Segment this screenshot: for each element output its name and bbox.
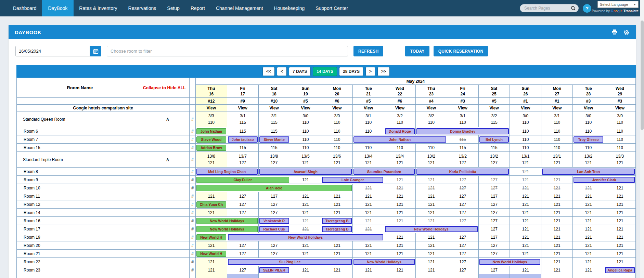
rate-cell[interactable]: 110 <box>510 127 541 135</box>
booking-bar[interactable]: Lan Anh Tran <box>542 169 635 175</box>
rate-cell[interactable]: 121 <box>415 200 447 209</box>
hash-link[interactable]: # <box>190 217 196 225</box>
rate-cell[interactable]: 127 <box>478 200 510 209</box>
rate-cell[interactable]: 127 <box>447 176 478 184</box>
rate-cell[interactable]: 127 <box>258 241 290 250</box>
rate-cell[interactable]: 110 <box>290 144 321 152</box>
rate-cell[interactable]: 110 <box>353 144 384 152</box>
rate-cell[interactable]: 115 <box>447 135 478 144</box>
rate-cell[interactable]: 127 <box>478 176 510 184</box>
gear-icon[interactable] <box>623 29 630 36</box>
rate-cell[interactable]: 121 <box>510 200 541 209</box>
rate-cell[interactable]: 121 <box>353 266 384 274</box>
rate-cell[interactable]: 127 <box>447 209 478 217</box>
nav-item-reservations[interactable]: Reservations <box>123 0 162 16</box>
rate-cell[interactable]: 127 <box>447 241 478 250</box>
booking-bar[interactable]: New World Holidays <box>479 259 541 265</box>
rate-cell[interactable]: 127 <box>258 209 290 217</box>
rate-cell[interactable]: 127 <box>447 258 478 266</box>
rate-cell[interactable]: 121 <box>415 258 447 266</box>
view-link[interactable]: View <box>510 105 541 111</box>
rate-cell[interactable]: 121 <box>290 250 321 258</box>
pager-button-[interactable]: > <box>365 67 375 76</box>
rate-cell[interactable]: 110 <box>353 127 384 135</box>
rate-cell[interactable]: 110 <box>541 127 573 135</box>
booking-bar[interactable]: Venkatesh R <box>259 218 289 224</box>
view-link[interactable]: View <box>415 105 447 111</box>
rate-cell[interactable]: 121 <box>573 241 604 250</box>
booking-bar[interactable]: New World Holidays <box>196 218 258 224</box>
rate-cell[interactable]: 127 <box>227 200 258 209</box>
booking-bar[interactable]: John Nathan <box>196 128 226 134</box>
rate-cell[interactable]: 127 <box>227 192 258 200</box>
hash-link[interactable]: # <box>190 184 196 192</box>
rate-cell[interactable]: 121 <box>510 176 541 184</box>
hash-link[interactable]: # <box>190 225 196 233</box>
rate-cell[interactable]: 110 <box>573 127 604 135</box>
booking-bar[interactable]: New World Holidays <box>228 234 383 240</box>
booking-bar[interactable]: Mei Ling Regina Chan <box>196 169 258 175</box>
rate-cell[interactable]: 121 <box>415 184 447 192</box>
nav-item-rates-inventory[interactable]: Rates & Inventory <box>74 0 123 16</box>
rate-cell[interactable]: 121 <box>510 233 541 241</box>
refresh-button[interactable]: REFRESH <box>353 46 383 56</box>
view-link[interactable]: View <box>384 105 416 111</box>
view-link[interactable]: View <box>353 105 384 111</box>
rate-cell[interactable]: 121 <box>415 250 447 258</box>
rate-cell[interactable]: 121 <box>415 217 447 225</box>
rate-cell[interactable]: 121 <box>384 241 416 250</box>
hash-link[interactable]: # <box>190 168 196 176</box>
booking-bar[interactable]: John Nathan <box>353 136 446 143</box>
booking-bar[interactable]: SELIN PILER <box>259 267 289 273</box>
rate-cell[interactable]: 127 <box>478 241 510 250</box>
rate-cell[interactable]: 121 <box>353 250 384 258</box>
rate-cell[interactable]: 121 <box>196 241 227 250</box>
rate-cell[interactable]: 110 <box>290 127 321 135</box>
hash-link[interactable]: # <box>190 241 196 250</box>
booking-bar[interactable]: Donna Bradley <box>416 128 509 134</box>
rate-cell[interactable]: 121 <box>541 266 573 274</box>
rate-cell[interactable]: 121 <box>510 217 541 225</box>
booking-bar[interactable]: Jennifer Clark <box>574 177 635 183</box>
rate-cell[interactable]: 121 <box>604 184 635 192</box>
rate-cell[interactable]: 121 <box>604 250 635 258</box>
rate-cell[interactable]: 121 <box>353 200 384 209</box>
rate-cell[interactable]: 115 <box>447 144 478 152</box>
hash-link[interactable]: # <box>190 266 196 274</box>
booking-bar[interactable]: Siu Ping Lee <box>228 259 352 265</box>
booking-bar[interactable]: Bel Lynch <box>479 136 509 143</box>
collapse-all-button[interactable]: Collapse to Hide ALL <box>143 85 189 90</box>
booking-bar[interactable]: Troy Gleeso <box>574 136 603 143</box>
rate-cell[interactable]: 110 <box>321 135 353 144</box>
rate-cell[interactable]: 115 <box>227 144 258 152</box>
pager-button-14-days[interactable]: 14 DAYS <box>313 67 337 76</box>
rate-cell[interactable]: 121 <box>604 209 635 217</box>
rate-cell[interactable]: 121 <box>384 250 416 258</box>
hash-link[interactable]: # <box>190 250 196 258</box>
pager-button-[interactable]: < <box>277 67 287 76</box>
rate-cell[interactable]: 127 <box>447 217 478 225</box>
rate-cell[interactable]: 121 <box>541 250 573 258</box>
hash-link[interactable]: # <box>190 258 196 266</box>
rate-cell[interactable]: 121 <box>196 266 227 274</box>
rate-cell[interactable]: 127 <box>447 184 478 192</box>
booking-bar[interactable]: Karla Pelliciotta <box>416 169 509 175</box>
hash-link[interactable]: # <box>190 209 196 217</box>
collapse-chevron-icon[interactable]: ∧ <box>166 157 169 162</box>
rate-cell[interactable]: 110 <box>290 135 321 144</box>
rate-cell[interactable]: 121 <box>321 250 353 258</box>
hash-link[interactable]: # <box>190 135 196 144</box>
search-pages-input[interactable] <box>520 4 579 12</box>
pager-button-[interactable]: >> <box>377 67 390 76</box>
date-input[interactable] <box>15 46 90 56</box>
nav-item-dashboard[interactable]: Dashboard <box>8 0 42 16</box>
rate-cell[interactable]: 127 <box>478 250 510 258</box>
hash-link[interactable]: # <box>190 200 196 209</box>
rate-cell[interactable]: 127 <box>478 225 510 233</box>
rate-cell[interactable]: 121 <box>415 266 447 274</box>
rate-cell[interactable]: 110 <box>384 144 416 152</box>
hash-link[interactable]: # <box>190 152 196 168</box>
booking-bar[interactable]: New World Holidays <box>196 226 258 232</box>
booking-bar[interactable]: Steve Wood <box>196 136 226 143</box>
rate-cell[interactable]: 110 <box>415 144 447 152</box>
